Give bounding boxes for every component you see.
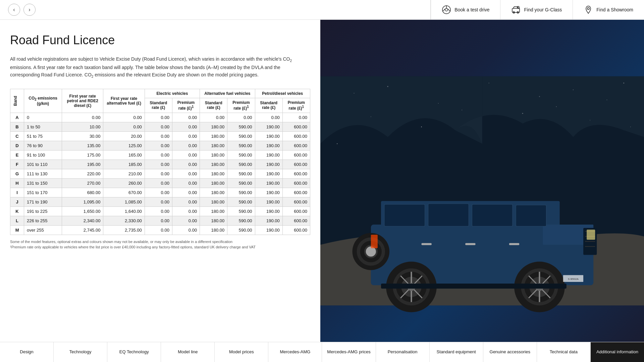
alt-prem-cell: 0.00 [227, 113, 255, 122]
svg-rect-39 [516, 205, 546, 226]
bottom-nav-item-additional-information[interactable]: Additional information [591, 342, 644, 362]
find-g-class-button[interactable]: Find your G-Class [500, 0, 573, 20]
band-cell: E [10, 150, 24, 160]
svg-rect-68 [381, 284, 567, 289]
petrol-rde2-cell: 1,650.00 [62, 206, 103, 216]
table-row: B 1 to 50 10.00 0.00 0.00 0.00 180.00 59… [10, 122, 310, 131]
bottom-nav-item-mercedes-amg[interactable]: Mercedes-AMG [268, 342, 322, 362]
pet-prem-rate-header: Premium rate (£)1 [282, 98, 310, 113]
ev-std-cell: 0.00 [145, 206, 172, 216]
pet-prem-cell: 600.00 [282, 131, 310, 141]
bottom-nav-item-model-prices[interactable]: Model prices [215, 342, 268, 362]
svg-point-1 [445, 8, 448, 11]
car-image: S B502A [320, 20, 644, 362]
co2-cell: 131 to 150 [24, 178, 62, 188]
pet-std-cell: 190.00 [255, 206, 282, 216]
pet-std-cell: 190.00 [255, 131, 282, 141]
back-button[interactable]: ‹ [8, 4, 20, 16]
ev-prem-cell: 0.00 [172, 113, 200, 122]
bottom-nav-item-mercedes-amg-prices[interactable]: Mercedes-AMG prices [322, 342, 376, 362]
bottom-nav-item-eq-technology[interactable]: EQ Technology [107, 342, 161, 362]
co2-cell: 171 to 190 [24, 197, 62, 206]
pet-prem-cell: 600.00 [282, 206, 310, 216]
co2-cell: 101 to 110 [24, 160, 62, 169]
pet-prem-cell: 600.00 [282, 178, 310, 188]
road-fund-table-wrapper: Band CO2 emissions (g/km) First year rat… [10, 89, 310, 235]
table-row: L 226 to 255 2,340.00 2,330.00 0.00 0.00… [10, 216, 310, 225]
petrol-rde2-cell: 135.00 [62, 141, 103, 150]
bottom-nav-item-technical-data[interactable]: Technical data [537, 342, 591, 362]
alt-fuel-cell: 165.00 [103, 150, 145, 160]
co2-cell: 0 [24, 113, 62, 122]
bottom-nav-item-genuine-accessories[interactable]: Genuine accessories [483, 342, 537, 362]
bottom-nav-item-personalisation[interactable]: Personalisation [376, 342, 430, 362]
pet-std-cell: 190.00 [255, 160, 282, 169]
bottom-nav-item-design[interactable]: Design [0, 342, 54, 362]
alt-prem-cell: 590.00 [227, 160, 255, 169]
bottom-nav-item-standard-equipment[interactable]: Standard equipment [430, 342, 483, 362]
ev-prem-cell: 0.00 [172, 131, 200, 141]
nav-actions: Book a test drive Find your G-Class [430, 0, 644, 20]
alt-fuel-rate-header: First year rate alternative fuel (£) [103, 89, 145, 113]
pet-prem-cell: 600.00 [282, 150, 310, 160]
band-cell: J [10, 197, 24, 206]
ev-std-cell: 0.00 [145, 169, 172, 178]
svg-rect-66 [465, 243, 475, 245]
book-test-drive-label: Book a test drive [454, 7, 489, 12]
ev-std-rate-header: Standard rate (£) [145, 98, 172, 113]
pet-prem-cell: 600.00 [282, 141, 310, 150]
alt-fuel-cell: 1,085.00 [103, 197, 145, 206]
pet-prem-cell: 600.00 [282, 197, 310, 206]
table-body: A 0 0.00 0.00 0.00 0.00 0.00 0.00 0.00 0… [10, 113, 310, 235]
band-cell: B [10, 122, 24, 131]
footnotes: Some of the model features, optional ext… [10, 239, 310, 250]
alt-fuel-cell: 1,640.00 [103, 206, 145, 216]
alt-std-cell: 180.00 [200, 150, 227, 160]
ev-std-cell: 0.00 [145, 188, 172, 197]
ev-prem-cell: 0.00 [172, 216, 200, 225]
table-row: F 101 to 110 195.00 185.00 0.00 0.00 180… [10, 160, 310, 169]
ev-std-cell: 0.00 [145, 197, 172, 206]
svg-rect-65 [422, 243, 432, 245]
alt-std-cell: 180.00 [200, 216, 227, 225]
car-image-panel: S B502A [320, 20, 644, 362]
book-test-drive-button[interactable]: Book a test drive [431, 0, 500, 20]
ev-std-cell: 0.00 [145, 225, 172, 235]
forward-button[interactable]: › [23, 4, 36, 16]
pet-prem-cell: 600.00 [282, 216, 310, 225]
petrol-rde2-cell: 270.00 [62, 178, 103, 188]
alt-std-cell: 180.00 [200, 206, 227, 216]
ev-prem-cell: 0.00 [172, 197, 200, 206]
petrol-diesel-vehicles-header: Petrol/diesel vehicles [255, 89, 310, 98]
find-showroom-button[interactable]: Find a Showroom [573, 0, 644, 20]
petrol-rde2-cell: 680.00 [62, 188, 103, 197]
content-left: Road Fund Licence All road vehicle regis… [0, 20, 320, 362]
main-content: Road Fund Licence All road vehicle regis… [0, 0, 644, 362]
alt-fuel-cell: 125.00 [103, 141, 145, 150]
band-cell: F [10, 160, 24, 169]
band-cell: H [10, 178, 24, 188]
petrol-rde2-cell: 195.00 [62, 160, 103, 169]
svg-point-25 [421, 127, 422, 127]
petrol-rde2-cell: 1,095.00 [62, 197, 103, 206]
pet-std-cell: 190.00 [255, 216, 282, 225]
alt-fuel-cell: 20.00 [103, 131, 145, 141]
ev-prem-cell: 0.00 [172, 178, 200, 188]
top-navigation: ‹ › Book a test drive [0, 0, 644, 20]
svg-rect-37 [428, 204, 469, 226]
pet-std-cell: 0.00 [255, 113, 282, 122]
svg-text:S B502A: S B502A [568, 278, 579, 281]
petrol-rde2-cell: 10.00 [62, 122, 103, 131]
alt-fuel-cell: 185.00 [103, 160, 145, 169]
bottom-nav-item-technology[interactable]: Technology [54, 342, 107, 362]
nav-arrows: ‹ › [0, 4, 44, 16]
co2-header: CO2 emissions (g/km) [24, 89, 62, 113]
petrol-rde2-cell: 0.00 [62, 113, 103, 122]
bottom-nav-item-model-line[interactable]: Model line [161, 342, 215, 362]
co2-cell: 191 to 225 [24, 206, 62, 216]
table-row: M over 255 2,745.00 2,735.00 0.00 0.00 1… [10, 225, 310, 235]
alt-fuel-cell: 260.00 [103, 178, 145, 188]
steering-wheel-icon [442, 5, 451, 14]
alt-std-cell: 180.00 [200, 141, 227, 150]
table-row: I 151 to 170 680.00 670.00 0.00 0.00 180… [10, 188, 310, 197]
